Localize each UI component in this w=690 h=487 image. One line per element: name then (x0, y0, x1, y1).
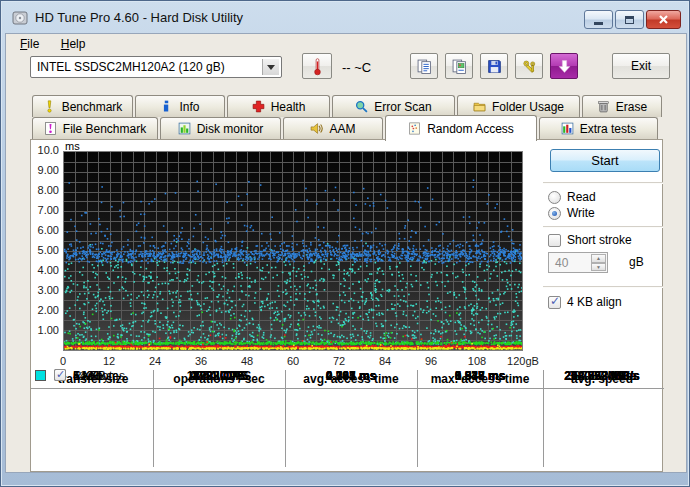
radio-icon (548, 207, 561, 220)
tab-label: Folder Usage (492, 100, 564, 114)
close-button[interactable] (646, 10, 681, 29)
avg-access-value: 2.361 ms (285, 369, 417, 383)
results-table: transfer size operations / sec avg. acce… (31, 368, 664, 472)
tab[interactable]: Info (135, 95, 225, 117)
tab[interactable]: Disk monitor (160, 117, 281, 139)
save-icon (487, 59, 502, 74)
tab[interactable]: Extra tests (539, 117, 658, 139)
tab-label: Info (179, 100, 199, 114)
short-stroke-unit: gB (629, 255, 644, 269)
tab-label: Disk monitor (197, 122, 264, 136)
x-axis-label: 96 (408, 355, 454, 367)
tab-row-1: Benchmark Info Health Error Scan (32, 95, 664, 117)
tab-label: AAM (329, 122, 355, 136)
tab[interactable]: File Benchmark (32, 117, 158, 139)
ops-value: 423 IOPS (153, 369, 285, 383)
trash-icon (597, 100, 610, 113)
column-divider (285, 370, 286, 467)
short-stroke-size-input[interactable]: 40 ▲ ▼ (548, 252, 608, 273)
window-title: HD Tune Pro 4.60 - Hard Disk Utility (35, 10, 243, 25)
drive-selector[interactable]: INTEL SSDSC2MH120A2 (120 gB) (30, 56, 282, 78)
file-benchmark-icon (44, 122, 57, 135)
header-divider (31, 388, 664, 389)
minimize-icon (594, 22, 603, 25)
column-divider (543, 370, 544, 467)
temperature-button[interactable] (302, 53, 332, 79)
save-button[interactable] (480, 53, 508, 79)
spinner-down-button[interactable]: ▼ (591, 263, 606, 272)
y-axis-label: 4.00 (32, 264, 59, 276)
tools-icon (522, 59, 537, 74)
client-area: File Help INTEL SSDSC2MH120A2 (120 gB) -… (5, 33, 687, 473)
read-radio-label: Read (567, 190, 596, 204)
magnifier-icon (355, 100, 368, 113)
copy-text-icon (417, 59, 432, 74)
options-button[interactable] (515, 53, 543, 79)
tab[interactable]: Erase (582, 95, 662, 117)
tab[interactable]: Health (227, 95, 330, 117)
x-axis-label: 48 (224, 355, 270, 367)
read-radio[interactable]: Read (548, 190, 596, 204)
chevron-down-icon (262, 59, 279, 75)
x-axis-label: 0 (40, 355, 86, 367)
x-axis-label: 12 (86, 355, 132, 367)
x-axis-label: 120gB (500, 355, 546, 367)
harddisk-icon (12, 10, 28, 26)
exclamation-icon (43, 100, 56, 113)
y-axis-label: 2.00 (32, 304, 59, 316)
tab-label: Benchmark (62, 100, 123, 114)
kb-align-label: 4 KB align (567, 295, 622, 309)
copy-text-button[interactable] (410, 53, 438, 79)
close-icon (659, 15, 668, 24)
menu-help[interactable]: Help (55, 36, 92, 52)
write-radio[interactable]: Write (548, 206, 595, 220)
tab-label: Extra tests (580, 122, 637, 136)
random-access-page: ms 10.09.008.007.006.005.004.003.002.001… (30, 139, 663, 472)
screenshot-icon (557, 59, 572, 74)
series-checkbox[interactable] (54, 369, 66, 381)
tab-label: Error Scan (374, 100, 431, 114)
tab-row-2: File Benchmark Disk monitor AAM Random A… (32, 117, 660, 139)
copy-image-icon (452, 59, 467, 74)
thermometer-icon (312, 57, 323, 76)
scatter-plot (63, 151, 523, 351)
tab[interactable]: Random Access (385, 115, 537, 141)
y-axis-label: 7.00 (32, 204, 59, 216)
transfer-size-label: Random (73, 369, 118, 383)
table-row: Random 423 IOPS 2.361 ms 5.538 ms 214.85… (31, 368, 664, 384)
y-axis-label: 3.00 (32, 284, 59, 296)
checkbox-icon (548, 234, 561, 247)
spinner-up-button[interactable]: ▲ (591, 254, 606, 263)
series-color-swatch (35, 370, 46, 381)
panel-separator (543, 226, 663, 228)
speaker-icon (310, 122, 323, 135)
tab[interactable]: Folder Usage (457, 95, 580, 117)
short-stroke-label: Short stroke (567, 233, 632, 247)
panel-separator (543, 182, 663, 184)
exit-button[interactable]: Exit (612, 53, 670, 79)
menu-file[interactable]: File (14, 36, 45, 52)
start-button[interactable]: Start (550, 149, 660, 172)
info-icon (160, 100, 173, 113)
x-axis-label: 108 (454, 355, 500, 367)
extra-tests-icon (561, 122, 574, 135)
y-axis-label: 1.00 (32, 324, 59, 336)
y-axis-label: 10.0 (32, 144, 59, 156)
write-radio-label: Write (567, 206, 595, 220)
copy-image-button[interactable] (445, 53, 473, 79)
tab-label: File Benchmark (63, 122, 146, 136)
tab-label: Random Access (427, 122, 514, 136)
tab[interactable]: AAM (283, 117, 383, 139)
maximize-button[interactable] (615, 10, 644, 29)
menubar: File Help (6, 34, 686, 54)
short-stroke-checkbox[interactable]: Short stroke (548, 233, 632, 247)
x-axis-label: 36 (178, 355, 224, 367)
folder-icon (473, 100, 486, 113)
x-axis-label: 72 (316, 355, 362, 367)
screenshot-button[interactable] (550, 53, 578, 79)
tab[interactable]: Benchmark (32, 95, 133, 117)
x-axis-label: 84 (362, 355, 408, 367)
minimize-button[interactable] (584, 10, 613, 29)
tab[interactable]: Error Scan (332, 95, 455, 117)
kb-align-checkbox[interactable]: 4 KB align (548, 295, 622, 309)
